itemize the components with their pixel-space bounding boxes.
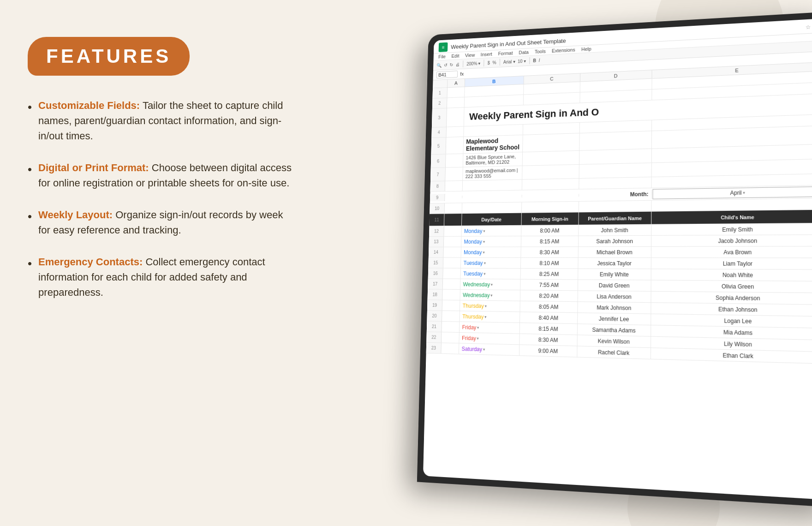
toolbar-percent[interactable]: % xyxy=(492,60,496,65)
cell-a2 xyxy=(447,97,465,108)
cell-a21 xyxy=(442,322,460,332)
menu-data[interactable]: Data xyxy=(519,49,529,55)
row-num: 2 xyxy=(432,98,448,108)
cell-day-22: Friday ▾ xyxy=(459,333,519,344)
spreadsheet-container: ≡ Weekly Parent Sign in And Out Sheet Te… xyxy=(417,12,812,508)
toolbar-currency[interactable]: $ xyxy=(488,60,490,65)
month-select-cell[interactable]: April ▾ xyxy=(652,186,812,199)
header-cell-a xyxy=(444,214,462,226)
feature-item-3: Weekly Layout: Organize sign-in/out reco… xyxy=(28,207,295,238)
cell-time-20: 8:40 AM xyxy=(520,312,578,323)
header-childs-name: Child's Name xyxy=(651,210,812,224)
row-num: 17 xyxy=(428,279,443,289)
cell-a15 xyxy=(443,258,461,268)
row-num: 10 xyxy=(430,203,445,214)
menu-edit[interactable]: Edit xyxy=(451,53,459,59)
cell-parent-12: John Smith xyxy=(579,225,651,236)
row-num: 15 xyxy=(428,258,443,268)
cell-a18 xyxy=(442,290,460,300)
month-label-text: Month: xyxy=(630,191,649,197)
spreadsheet-inner: ≡ Weekly Parent Sign in And Out Sheet Te… xyxy=(423,18,812,500)
toolbar-italic[interactable]: I xyxy=(539,58,540,63)
cell-time-21: 8:15 AM xyxy=(520,323,578,335)
sep-2 xyxy=(484,60,484,66)
toolbar-bold[interactable]: B xyxy=(533,58,536,63)
row-num: 8 xyxy=(430,181,445,191)
cell-a12 xyxy=(444,226,462,236)
cell-day-23: Saturday ▾ xyxy=(459,343,519,355)
cell-c5 xyxy=(523,133,580,152)
toolbar-font[interactable]: Arial ▾ xyxy=(503,59,515,65)
school-address-cell: 1426 Blue Spruce Lane, Baltimore, MD 212… xyxy=(463,152,523,167)
toolbar-redo[interactable]: ↻ xyxy=(450,62,453,67)
cell-day-15: Tuesday ▾ xyxy=(461,258,521,269)
cell-parent-15: Jessica Taylor xyxy=(578,258,651,269)
cell-day-14: Monday ▾ xyxy=(461,247,521,257)
row-num: 21 xyxy=(427,321,442,332)
cell-a6 xyxy=(446,154,463,167)
toolbar-fontsize[interactable]: 10 ▾ xyxy=(518,59,526,64)
toolbar-search[interactable]: 🔍 xyxy=(436,63,442,68)
cell-a5 xyxy=(446,137,464,154)
cell-parent-18: Lisa Anderson xyxy=(578,291,651,302)
gs-logo: ≡ xyxy=(439,42,448,52)
cell-b4 xyxy=(464,125,523,137)
cell-child-13: Jacob Johnson xyxy=(651,235,812,246)
menu-extensions[interactable]: Extensions xyxy=(552,47,575,54)
cell-child-18: Sophia Anderson xyxy=(651,292,812,305)
cell-time-14: 8:30 AM xyxy=(521,247,579,257)
cell-parent-13: Sarah Johnson xyxy=(579,236,651,246)
cell-time-19: 8:05 AM xyxy=(520,301,578,313)
cell-a13 xyxy=(444,237,462,247)
header-parent-guardian: Parent/Guardian Name xyxy=(579,212,651,225)
cell-parent-19: Mark Johnson xyxy=(578,302,651,313)
header-day-date: Day/Date xyxy=(462,213,522,226)
row-num: 20 xyxy=(427,311,442,321)
feature-text-2: Digital or Print Format: Choose between … xyxy=(38,160,295,191)
row-num: 6 xyxy=(431,154,446,167)
feature-item-2: Digital or Print Format: Choose between … xyxy=(28,160,295,191)
cell-d8 xyxy=(579,177,651,189)
sep-1 xyxy=(463,60,463,67)
toolbar-zoom[interactable]: 200% ▾ xyxy=(466,61,480,66)
cell-time-12: 8:00 AM xyxy=(521,225,579,236)
school-name-cell: Maplewood Elementary School xyxy=(463,135,523,154)
cell-day-13: Monday ▾ xyxy=(461,236,521,247)
header-morning-signin: Morning Sign-in xyxy=(521,212,579,225)
menu-format[interactable]: Format xyxy=(498,50,513,56)
menu-file[interactable]: File xyxy=(438,54,446,60)
cell-child-14: Ava Brown xyxy=(651,246,812,257)
month-value: April xyxy=(730,190,741,197)
cell-day-12: Monday ▾ xyxy=(461,226,521,236)
cell-parent-22: Kevin Wilson xyxy=(578,335,651,347)
toolbar-print[interactable]: 🖨 xyxy=(455,62,460,67)
cell-time-17: 7:55 AM xyxy=(520,280,578,291)
cell-reference[interactable]: B41 xyxy=(436,71,458,78)
cell-e10 xyxy=(651,198,812,211)
features-badge: FEATURES xyxy=(28,37,190,76)
cell-a10 xyxy=(445,203,463,213)
menu-view[interactable]: View xyxy=(465,52,475,58)
cell-a4 xyxy=(446,126,464,137)
cell-child-17: Olivia Green xyxy=(651,281,812,293)
cell-time-23: 9:00 AM xyxy=(519,345,578,357)
sheet-title-text: Weekly Parent Sign in And O xyxy=(469,106,599,122)
table-row: 14 Monday ▾ 8:30 AM Michael Brown Ava Br… xyxy=(429,246,812,258)
row-num: 5 xyxy=(431,137,446,154)
toolbar-undo[interactable]: ↺ xyxy=(444,62,447,67)
menu-help[interactable]: Help xyxy=(581,46,591,52)
feature-text-1: Customizable Fields: Tailor the sheet to… xyxy=(38,98,295,143)
cell-a1 xyxy=(447,87,465,98)
row-num: 13 xyxy=(429,237,444,247)
cell-time-15: 8:10 AM xyxy=(521,258,579,269)
cell-d7 xyxy=(579,163,652,178)
row-num: 9 xyxy=(430,194,445,202)
cell-time-18: 8:20 AM xyxy=(520,290,578,301)
cell-day-19: Thursday ▾ xyxy=(460,300,520,311)
menu-tools[interactable]: Tools xyxy=(535,48,546,54)
gs-data-rows: 1 2 3 xyxy=(423,71,812,500)
menu-insert[interactable]: Insert xyxy=(481,51,492,57)
month-label-cell: Month: xyxy=(579,190,651,200)
table-row: 13 Monday ▾ 8:15 AM Sarah Johnson Jacob … xyxy=(429,235,812,247)
star-icon: ☆ xyxy=(806,24,811,31)
